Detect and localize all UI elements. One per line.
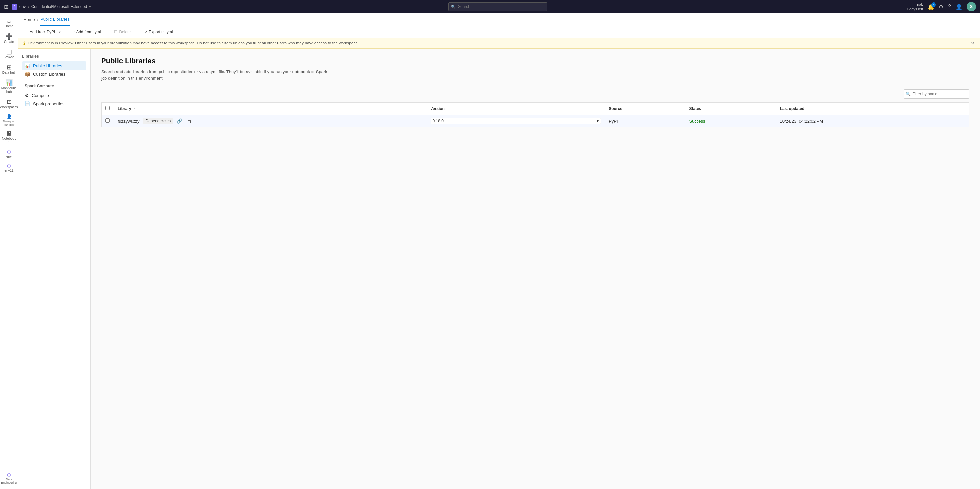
spark-properties-label: Spark properties	[33, 102, 64, 106]
delete-icon: ☐	[114, 30, 118, 34]
sidebar-item-data-eng-label: Data Engineering	[1, 478, 17, 484]
compute-icon: ⚙	[25, 93, 29, 98]
sidebar-item-data-engineering[interactable]: ⬡ Data Engineering	[1, 470, 17, 486]
last-updated-cell: 10/24/23, 04:22:02 PM	[776, 115, 969, 127]
toolbar-separator-1	[66, 29, 66, 35]
browse-icon: ◫	[6, 49, 12, 55]
notification-count: 4	[931, 2, 936, 7]
sidebar-item-monitoring-label: Monitoring hub	[1, 86, 17, 94]
monitoring-icon: 📊	[5, 80, 13, 86]
inner-sidebar: Libraries 📊 Public Libraries 📦 Custom Li…	[18, 49, 91, 489]
breadcrumb-separator: ›	[37, 17, 38, 22]
spark-compute-section: Spark Compute ⚙ Compute 📄 Spark properti…	[22, 84, 86, 108]
custom-libraries-icon: 📦	[25, 71, 30, 77]
sidebar-item-env11-label: env11	[4, 169, 13, 172]
sidebar-item-workspaces[interactable]: ⊡ Workspaces	[1, 97, 17, 111]
data-engineering-icon: ⬡	[7, 473, 11, 477]
library-column-header[interactable]: Library ↑	[114, 103, 426, 115]
version-dropdown[interactable]: 0.18.0 ▾	[431, 117, 601, 124]
env-label: env	[19, 4, 26, 9]
last-updated-column-header: Last updated	[776, 103, 969, 115]
status-column-header: Status	[685, 103, 776, 115]
inner-sidebar-public-libraries[interactable]: 📊 Public Libraries	[22, 61, 86, 70]
dependencies-button[interactable]: Dependencies	[143, 118, 173, 124]
filter-by-name-input[interactable]	[904, 89, 969, 98]
sidebar-item-shuaijun[interactable]: 👤 Shuaijun_mo_Env	[1, 113, 17, 128]
help-icon[interactable]: ?	[948, 4, 951, 10]
page-title: Public Libraries	[101, 57, 969, 65]
compute-label: Compute	[32, 93, 49, 98]
env11-sidebar-icon: ⬡	[7, 164, 11, 168]
filter-search-icon: 🔍	[906, 92, 911, 96]
row-actions: Dependencies 🔗 🗑	[143, 117, 193, 124]
add-pypi-dropdown-arrow[interactable]: ▾	[58, 29, 62, 35]
avatar[interactable]: S	[967, 2, 976, 11]
sidebar-item-browse-label: Browse	[3, 56, 14, 59]
breadcrumb: Home › Public Libraries	[18, 13, 980, 26]
delete-button[interactable]: ☐ Delete	[111, 29, 133, 36]
sidebar-item-env[interactable]: ⬡ env	[1, 147, 17, 160]
sidebar-item-browse[interactable]: ◫ Browse	[1, 47, 17, 61]
main-content: Libraries 📊 Public Libraries 📦 Custom Li…	[18, 49, 980, 489]
add-icon: +	[26, 30, 29, 34]
version-column-header: Version	[426, 103, 605, 115]
row-checkbox-cell	[102, 115, 114, 127]
spark-compute-title: Spark Compute	[25, 84, 86, 88]
spark-properties-icon: 📄	[25, 101, 30, 106]
app-body: ⌂ Home ➕ Create ◫ Browse ⊞ Data hub 📊 Mo…	[0, 13, 980, 489]
filter-input-wrapper: 🔍	[904, 89, 969, 98]
inner-sidebar-compute[interactable]: ⚙ Compute	[22, 91, 86, 100]
top-nav-right: Trial: 57 days left 🔔 4 ⚙ ? 👤 S	[905, 2, 976, 11]
export-to-yml-button[interactable]: ↗ Export to .yml	[142, 29, 175, 36]
export-icon: ↗	[144, 30, 147, 34]
alert-info-icon: ℹ	[24, 41, 25, 46]
add-from-pypi-button[interactable]: + Add from PyPI	[24, 29, 58, 36]
confidential-label: Confidential\Microsoft Extended	[31, 4, 87, 9]
page-area: Public Libraries Search and add librarie…	[91, 49, 980, 489]
libraries-section-title: Libraries	[22, 54, 86, 59]
add-from-pypi-group: + Add from PyPI ▾	[24, 29, 62, 36]
sidebar-item-shuaijun-label: Shuaijun_mo_Env	[2, 120, 16, 126]
inner-sidebar-custom-libraries[interactable]: 📦 Custom Libraries	[22, 70, 86, 78]
account-icon[interactable]: 👤	[956, 4, 962, 10]
data-hub-icon: ⊞	[6, 64, 11, 70]
libraries-table: Library ↑ Version Source Status Last upd…	[101, 103, 969, 127]
sidebar-item-monitoring[interactable]: 📊 Monitoring hub	[1, 78, 17, 95]
select-all-checkbox[interactable]	[105, 106, 110, 110]
notebook-icon: 📓	[6, 132, 12, 136]
shuaijun-icon: 👤	[6, 114, 12, 119]
alert-close-button[interactable]: ✕	[971, 41, 975, 46]
source-cell: PyPI	[605, 115, 685, 127]
sidebar-item-data-hub[interactable]: ⊞ Data hub	[1, 62, 17, 76]
dependency-graph-button[interactable]: 🔗	[175, 117, 184, 124]
sidebar-item-env11[interactable]: ⬡ env11	[1, 162, 17, 174]
breadcrumb-home[interactable]: Home	[24, 17, 35, 22]
library-name: fuzzywuzzy	[118, 119, 140, 124]
sidebar-item-env-label: env	[6, 154, 11, 158]
row-checkbox[interactable]	[105, 118, 110, 122]
add-from-yml-button[interactable]: ↑ Add from .yml	[70, 29, 103, 36]
filter-bar: 🔍	[101, 89, 969, 98]
inner-sidebar-spark-properties[interactable]: 📄 Spark properties	[22, 100, 86, 108]
search-input[interactable]	[448, 2, 547, 11]
source-column-header: Source	[605, 103, 685, 115]
create-icon: ➕	[5, 33, 13, 39]
search-icon: 🔍	[451, 5, 455, 9]
settings-icon[interactable]: ⚙	[939, 4, 943, 10]
apps-grid-icon[interactable]: ⊞	[4, 4, 8, 10]
sidebar-item-data-hub-label: Data hub	[2, 71, 16, 75]
table-body: fuzzywuzzy Dependencies 🔗 🗑	[102, 115, 969, 127]
notifications-button[interactable]: 🔔 4	[928, 4, 934, 10]
delete-row-button[interactable]: 🗑	[186, 117, 193, 124]
breadcrumb-public-libraries[interactable]: Public Libraries	[40, 13, 70, 26]
env-sidebar-icon: ⬡	[7, 149, 11, 154]
sidebar-item-notebook1[interactable]: 📓 Notebook 1	[1, 130, 17, 146]
status-badge: Success	[689, 119, 705, 124]
table-header: Library ↑ Version Source Status Last upd…	[102, 103, 969, 115]
sidebar-item-home[interactable]: ⌂ Home	[1, 16, 17, 30]
chevron-down-icon[interactable]: ▾	[89, 5, 91, 9]
sidebar-item-create-label: Create	[4, 40, 14, 43]
env-context: E env › Confidential\Microsoft Extended …	[11, 4, 91, 10]
alert-message: Environment is in Preview. Other users i…	[28, 41, 359, 46]
sidebar-item-create[interactable]: ➕ Create	[1, 31, 17, 46]
